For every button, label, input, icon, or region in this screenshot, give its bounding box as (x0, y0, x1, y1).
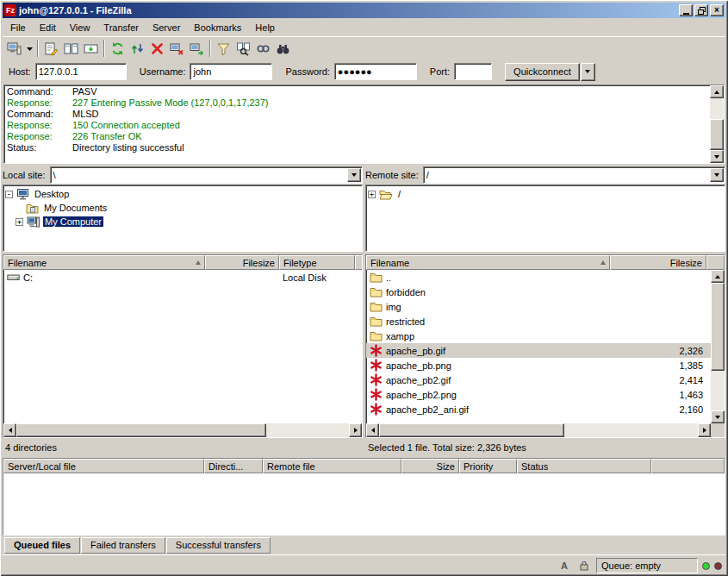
scroll-up-button[interactable] (710, 85, 724, 98)
site-manager-button[interactable] (4, 39, 24, 59)
scroll-right-button[interactable] (349, 423, 362, 437)
arrow-up-icon (714, 91, 719, 94)
scrollbar-track[interactable] (711, 283, 725, 410)
message-log: Command:PASVResponse:227 Entering Passiv… (3, 85, 725, 164)
scroll-up-button[interactable] (711, 270, 725, 283)
file-row-c[interactable]: C:Local Disk (3, 270, 362, 285)
expand-icon[interactable]: + (16, 218, 23, 226)
column-header-remote-file[interactable]: Remote file (263, 459, 401, 473)
column-header-filename[interactable]: Filename (3, 255, 205, 270)
log-line-type: Status: (7, 142, 72, 153)
menu-item-transfer[interactable]: Transfer (96, 20, 146, 35)
process-queue-button[interactable] (128, 39, 147, 59)
remote-status-text: Selected 1 file. Total size: 2,326 bytes (365, 438, 725, 454)
column-header-directi[interactable]: Directi... (204, 459, 263, 473)
scrollbar-thumb[interactable] (710, 119, 724, 150)
column-header-filetype[interactable]: Filetype (279, 255, 355, 270)
menu-item-bookmarks[interactable]: Bookmarks (187, 20, 248, 35)
scrollbar-thumb[interactable] (379, 423, 564, 437)
toolbar-separator (37, 40, 39, 57)
column-header-filesize[interactable]: Filesize (610, 255, 706, 270)
site-manager-dropdown[interactable] (24, 39, 34, 59)
scroll-left-button[interactable] (3, 423, 16, 437)
local-site-combo[interactable]: \ (50, 166, 363, 184)
remote-vertical-scrollbar[interactable] (711, 270, 725, 423)
column-header-server-local-file[interactable]: Server/Local file (3, 459, 204, 473)
minimize-button[interactable] (679, 4, 693, 16)
scrollbar-thumb[interactable] (711, 283, 725, 371)
scroll-left-button[interactable] (366, 423, 379, 437)
tree-item-desktop[interactable]: -Desktop (5, 187, 360, 201)
file-row-restricted[interactable]: restricted (366, 314, 711, 329)
port-input[interactable] (454, 63, 492, 80)
filezilla-app-icon[interactable]: Fz (4, 4, 16, 16)
filter-button[interactable] (214, 39, 233, 59)
column-header-blank[interactable] (706, 255, 725, 270)
tab-queued-files[interactable]: Queued files (4, 537, 80, 554)
username-input[interactable] (190, 63, 272, 80)
scrollbar-track[interactable] (16, 423, 349, 437)
find-files-button[interactable] (273, 39, 293, 59)
password-input[interactable] (334, 63, 417, 80)
tree-item-my-computer[interactable]: +My Computer (5, 215, 360, 229)
column-header-filename[interactable]: Filename (366, 255, 610, 270)
column-header-blank[interactable] (651, 459, 725, 473)
restore-button[interactable] (694, 4, 708, 16)
file-row-xampp[interactable]: xampp (366, 329, 711, 343)
column-header-size[interactable]: Size (401, 459, 459, 473)
file-size-cell (205, 270, 279, 285)
scrollbar-track[interactable] (710, 98, 724, 150)
scroll-right-button[interactable] (698, 423, 711, 437)
disconnect-button[interactable] (167, 39, 187, 59)
compare-directories-button[interactable] (233, 39, 253, 59)
sync-browsing-button[interactable] (253, 39, 273, 59)
file-row-blank[interactable]: .. (366, 270, 711, 285)
scroll-down-button[interactable] (710, 150, 724, 163)
log-vertical-scrollbar[interactable] (710, 85, 724, 163)
collapse-icon[interactable]: - (5, 191, 13, 198)
scrollbar-track[interactable] (379, 423, 698, 437)
cancel-button[interactable] (147, 39, 167, 59)
local-horizontal-scrollbar[interactable] (3, 423, 362, 437)
data-type-icon: A (557, 559, 572, 573)
menu-item-help[interactable]: Help (248, 20, 282, 35)
file-row-apache-pb2-ani-gif[interactable]: apache_pb2_ani.gif2,160 (366, 402, 711, 416)
menu-item-server[interactable]: Server (146, 20, 187, 35)
file-row-img[interactable]: img (366, 299, 711, 314)
scrollbar-thumb[interactable] (16, 423, 266, 437)
menu-item-file[interactable]: File (3, 20, 33, 35)
local-site-dropdown[interactable] (347, 168, 361, 182)
remote-horizontal-scrollbar[interactable] (366, 423, 711, 437)
tab-failed-transfers[interactable]: Failed transfers (81, 537, 165, 554)
menu-item-view[interactable]: View (63, 20, 97, 35)
remote-site-combo[interactable]: / (423, 166, 725, 184)
file-row-apache-pb-gif[interactable]: apache_pb.gif2,326 (366, 343, 711, 358)
file-row-apache-pb-png[interactable]: apache_pb.png1,385 (366, 358, 711, 373)
column-header-l[interactable]: L (355, 255, 362, 270)
column-header-priority[interactable]: Priority (459, 459, 517, 473)
scroll-down-button[interactable] (711, 410, 725, 423)
toggle-queue-button[interactable] (81, 39, 101, 59)
close-button[interactable]: × (710, 4, 724, 16)
host-input[interactable] (35, 63, 127, 80)
column-header-status[interactable]: Status (517, 459, 651, 473)
quickconnect-button[interactable]: Quickconnect (505, 63, 580, 81)
reconnect-button[interactable] (187, 39, 207, 59)
tree-item-my-documents[interactable]: My Documents (5, 201, 360, 215)
sort-ascending-icon (196, 260, 201, 265)
toggle-trees-button[interactable] (61, 39, 81, 59)
folder-icon (370, 316, 383, 327)
file-row-apache-pb2-png[interactable]: apache_pb2.png1,463 (366, 387, 711, 402)
refresh-button[interactable] (108, 39, 128, 59)
remote-site-dropdown[interactable] (710, 168, 724, 182)
menu-item-edit[interactable]: Edit (33, 20, 63, 35)
expand-icon[interactable]: + (368, 191, 376, 198)
tab-successful-transfers[interactable]: Successful transfers (166, 537, 271, 554)
column-header-filesize[interactable]: Filesize (205, 255, 279, 270)
toggle-log-button[interactable] (41, 39, 61, 59)
quickconnect-dropdown[interactable] (581, 63, 595, 81)
remote-list-header: FilenameFilesize (366, 255, 725, 270)
file-row-forbidden[interactable]: forbidden (366, 285, 711, 299)
file-row-apache-pb2-gif[interactable]: apache_pb2.gif2,414 (366, 373, 711, 387)
tree-item-root[interactable]: +/ (368, 187, 723, 201)
